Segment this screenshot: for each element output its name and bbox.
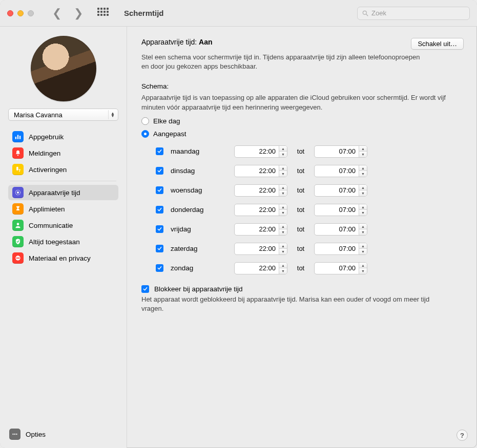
help-button[interactable]: ? — [457, 430, 468, 441]
step-down[interactable]: ▼ — [359, 152, 367, 157]
day-checkbox[interactable] — [156, 206, 163, 214]
minimize-window-button[interactable] — [17, 10, 24, 16]
step-down[interactable]: ▼ — [359, 171, 367, 177]
to-time-value: 07:00 — [315, 186, 359, 194]
sidebar-item-app-usage[interactable]: Appgebruik — [8, 129, 118, 144]
step-up[interactable]: ▲ — [359, 165, 367, 172]
sidebar-item-downtime[interactable]: Apparaatvrije tijd — [8, 185, 118, 200]
zoom-window-button[interactable] — [28, 10, 34, 16]
sidebar-item-pickups[interactable]: Activeringen — [8, 162, 118, 177]
to-time-stepper[interactable]: 07:00▲▼ — [314, 145, 367, 158]
user-selector[interactable]: Marisa Cavanna ▲▼ — [8, 109, 118, 121]
search-input[interactable]: Zoek — [357, 7, 470, 20]
day-checkbox[interactable] — [156, 225, 163, 233]
forward-button[interactable]: ❯ — [74, 8, 83, 19]
step-up[interactable]: ▲ — [359, 204, 367, 210]
from-time-stepper[interactable]: 22:00▲▼ — [234, 243, 287, 255]
svg-point-14 — [16, 434, 17, 435]
sidebar-item-communication[interactable]: Communicatie — [8, 218, 118, 233]
search-icon — [362, 10, 369, 17]
bell-icon — [12, 147, 24, 159]
day-row: zaterdag22:00▲▼tot07:00▲▼ — [156, 239, 464, 259]
from-time-stepper[interactable]: 22:00▲▼ — [234, 223, 287, 236]
step-up[interactable]: ▲ — [279, 165, 287, 172]
radio-label: Elke dag — [153, 117, 180, 125]
step-up[interactable]: ▲ — [359, 263, 367, 269]
day-checkbox[interactable] — [156, 264, 163, 272]
svg-rect-6 — [16, 167, 18, 170]
step-down[interactable]: ▼ — [279, 190, 287, 196]
sidebar-item-always-allowed[interactable]: Altijd toegestaan — [8, 234, 118, 249]
svg-point-13 — [14, 434, 15, 435]
sidebar-item-label: Activeringen — [29, 166, 67, 174]
stepper-buttons: ▲▼ — [279, 204, 287, 216]
close-window-button[interactable] — [7, 10, 13, 16]
step-up[interactable]: ▲ — [359, 185, 367, 191]
to-time-stepper[interactable]: 07:00▲▼ — [314, 262, 367, 274]
svg-rect-2 — [15, 137, 16, 139]
from-time-stepper[interactable]: 22:00▲▼ — [234, 184, 287, 197]
stepper-buttons: ▲▼ — [279, 165, 287, 177]
step-up[interactable]: ▲ — [279, 146, 287, 152]
svg-point-12 — [12, 434, 13, 435]
step-down[interactable]: ▼ — [279, 268, 287, 274]
from-time-stepper[interactable]: 22:00▲▼ — [234, 262, 287, 274]
nav-arrows: ❮ ❯ — [52, 8, 83, 19]
to-time-stepper[interactable]: 07:00▲▼ — [314, 165, 367, 177]
step-down[interactable]: ▼ — [279, 210, 287, 216]
schedule-radio-custom[interactable]: Aangepast — [141, 130, 464, 138]
svg-rect-3 — [17, 135, 18, 139]
day-name: dinsdag — [171, 167, 227, 175]
day-checkbox[interactable] — [156, 245, 163, 252]
from-time-stepper[interactable]: 22:00▲▼ — [234, 145, 287, 158]
sidebar-item-label: Applimieten — [29, 205, 65, 213]
step-up[interactable]: ▲ — [279, 263, 287, 269]
radio-icon — [141, 117, 149, 125]
day-checkbox[interactable] — [156, 167, 163, 175]
stepper-buttons: ▲▼ — [279, 146, 287, 157]
step-down[interactable]: ▼ — [359, 268, 367, 274]
pickup-icon — [12, 164, 24, 175]
svg-line-1 — [366, 14, 368, 16]
step-down[interactable]: ▼ — [359, 249, 367, 254]
step-up[interactable]: ▲ — [359, 224, 367, 230]
stepper-buttons: ▲▼ — [359, 243, 367, 254]
step-down[interactable]: ▼ — [279, 229, 287, 235]
step-down[interactable]: ▼ — [359, 210, 367, 216]
step-down[interactable]: ▼ — [359, 229, 367, 235]
sidebar-item-notifications[interactable]: Meldingen — [8, 145, 118, 161]
sidebar-item-label: Altijd toegestaan — [29, 238, 80, 246]
to-label: tot — [295, 167, 307, 175]
back-button[interactable]: ❮ — [52, 8, 61, 19]
to-time-stepper[interactable]: 07:00▲▼ — [314, 223, 367, 236]
clock-moon-icon — [12, 187, 24, 198]
step-up[interactable]: ▲ — [359, 146, 367, 152]
day-checkbox[interactable] — [156, 147, 163, 155]
to-time-stepper[interactable]: 07:00▲▼ — [314, 204, 367, 216]
sidebar-options-label: Opties — [26, 431, 46, 438]
step-up[interactable]: ▲ — [279, 243, 287, 249]
step-up[interactable]: ▲ — [279, 204, 287, 210]
from-time-stepper[interactable]: 22:00▲▼ — [234, 204, 287, 216]
sidebar-options-button[interactable]: Opties — [5, 426, 121, 442]
step-up[interactable]: ▲ — [359, 243, 367, 249]
to-time-stepper[interactable]: 07:00▲▼ — [314, 184, 367, 197]
to-label: tot — [295, 225, 307, 233]
day-checkbox[interactable] — [156, 186, 163, 194]
block-at-downtime-checkbox[interactable] — [141, 285, 149, 293]
schedule-radio-everyday[interactable]: Elke dag — [141, 117, 464, 125]
step-down[interactable]: ▼ — [279, 171, 287, 177]
step-down[interactable]: ▼ — [279, 152, 287, 157]
person-icon — [12, 220, 24, 231]
to-time-stepper[interactable]: 07:00▲▼ — [314, 243, 367, 255]
step-up[interactable]: ▲ — [279, 224, 287, 230]
step-down[interactable]: ▼ — [279, 249, 287, 254]
stepper-buttons: ▲▼ — [359, 224, 367, 235]
sidebar-item-app-limits[interactable]: Applimieten — [8, 201, 118, 217]
step-down[interactable]: ▼ — [359, 190, 367, 196]
show-all-prefs-button[interactable] — [97, 8, 109, 19]
step-up[interactable]: ▲ — [279, 185, 287, 191]
from-time-stepper[interactable]: 22:00▲▼ — [234, 165, 287, 177]
sidebar-item-content-privacy[interactable]: Materiaal en privacy — [8, 250, 118, 266]
disable-downtime-button[interactable]: Schakel uit… — [411, 38, 464, 50]
